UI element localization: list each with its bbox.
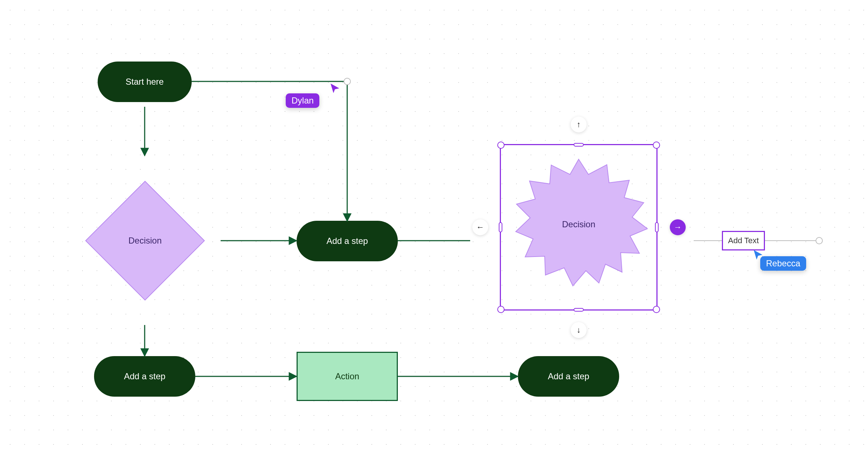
collaborator-name: Dylan — [292, 96, 314, 105]
decision-starburst-node[interactable]: Decision — [499, 145, 658, 304]
connector-endpoint[interactable] — [816, 237, 823, 244]
node-label: Decision — [499, 145, 658, 304]
add-text-placeholder[interactable]: Add Text — [722, 231, 765, 250]
flowchart-canvas[interactable]: Start here Decision Add a step Add a ste… — [0, 0, 868, 456]
add-connection-up-button[interactable]: ↑ — [571, 117, 587, 132]
add-connection-down-button[interactable]: ↓ — [571, 322, 587, 338]
add-connection-right-button[interactable]: → — [670, 219, 686, 235]
add-connection-left-button[interactable]: ← — [472, 219, 488, 235]
add-text-label: Add Text — [728, 236, 759, 245]
arrow-down-icon: ↓ — [577, 325, 581, 335]
arrow-right-icon: → — [674, 223, 682, 232]
connectors-layer — [0, 0, 868, 456]
collaborator-name: Rebecca — [766, 258, 800, 268]
arrow-left-icon: ← — [476, 223, 484, 232]
connector-endpoint[interactable] — [344, 78, 351, 85]
arrow-up-icon: ↑ — [577, 120, 581, 129]
